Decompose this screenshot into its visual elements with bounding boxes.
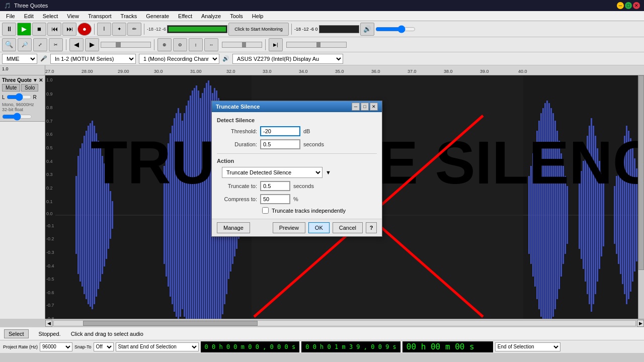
truncate-to-label: Truncate to:	[217, 183, 257, 189]
ok-button[interactable]: OK	[308, 222, 330, 233]
detect-silence-section: Detect Silence	[217, 117, 377, 123]
duration-row: Duration: seconds	[217, 139, 377, 149]
dialog-action-buttons: Preview OK Cancel ?	[273, 222, 377, 233]
compress-to-input[interactable]	[260, 194, 290, 204]
duration-label: Duration:	[217, 141, 257, 147]
truncate-independently-label: Truncate tracks independently	[272, 208, 346, 214]
truncate-silence-dialog: Truncate Silence ─ □ ✕ Detect Silence Th…	[211, 101, 382, 237]
truncate-to-row: Truncate to: seconds	[217, 181, 377, 191]
dialog-footer: Manage Preview OK Cancel ?	[212, 219, 382, 236]
dialog-maximize-button[interactable]: □	[361, 103, 369, 111]
threshold-input[interactable]	[260, 126, 300, 136]
action-dropdown-arrow: ▼	[326, 169, 331, 175]
duration-input[interactable]	[260, 139, 300, 149]
dialog-title-bar: Truncate Silence ─ □ ✕	[212, 101, 382, 112]
compress-to-row: Compress to: %	[217, 194, 377, 204]
compress-to-unit: %	[293, 196, 298, 202]
dialog-overlay: Truncate Silence ─ □ ✕ Detect Silence Th…	[0, 0, 644, 362]
action-select[interactable]: Truncate Detected Silence Remove Detecte…	[222, 167, 323, 178]
dialog-body: Detect Silence Threshold: dB Duration: s…	[212, 112, 382, 219]
help-button[interactable]: ?	[366, 222, 377, 233]
action-section: Action	[217, 158, 377, 164]
cancel-button[interactable]: Cancel	[333, 222, 363, 233]
truncate-to-unit: seconds	[293, 183, 314, 189]
threshold-unit: dB	[303, 128, 310, 134]
action-dropdown-row: Truncate Detected Silence Remove Detecte…	[217, 167, 377, 178]
dialog-close-button[interactable]: ✕	[370, 103, 378, 111]
manage-button[interactable]: Manage	[217, 222, 250, 233]
preview-button[interactable]: Preview	[273, 222, 305, 233]
threshold-label: Threshold:	[217, 128, 257, 134]
truncate-to-input[interactable]	[260, 181, 290, 191]
dialog-controls: ─ □ ✕	[352, 103, 378, 111]
truncate-independently-checkbox[interactable]	[262, 207, 269, 214]
checkbox-row: Truncate tracks independently	[262, 207, 377, 214]
dialog-separator-1	[217, 153, 377, 154]
dialog-minimize-button[interactable]: ─	[352, 103, 360, 111]
compress-to-label: Compress to:	[217, 196, 257, 202]
threshold-row: Threshold: dB	[217, 126, 377, 136]
dialog-title: Truncate Silence	[216, 104, 260, 110]
duration-unit: seconds	[303, 141, 324, 147]
